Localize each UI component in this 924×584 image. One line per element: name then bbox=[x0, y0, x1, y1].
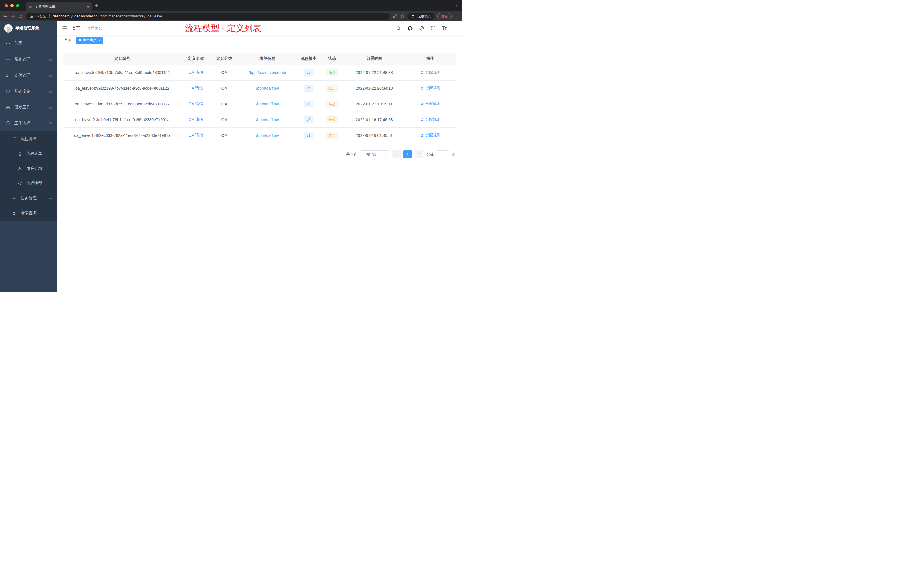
total-count: 共 5 条 bbox=[346, 152, 358, 157]
table-row: oa_leave:3:1fad3d93-7b75-11ec-a3c8-acde4… bbox=[63, 96, 456, 112]
briefcase-icon bbox=[6, 121, 11, 126]
key-icon[interactable] bbox=[393, 14, 397, 18]
github-icon[interactable] bbox=[408, 26, 413, 31]
sidebar-item-leave-query[interactable]: 请假查询 bbox=[0, 206, 57, 221]
incognito-badge: 无痕模式 bbox=[408, 13, 435, 20]
assign-rule-link[interactable]: 分配规则 bbox=[420, 70, 440, 75]
security-label[interactable]: 不安全 bbox=[35, 14, 46, 19]
assign-rule-link[interactable]: 分配规则 bbox=[420, 86, 440, 91]
tag-process-definition[interactable]: 流程定义 × bbox=[76, 36, 104, 44]
definition-name-link[interactable]: OA 请假 bbox=[188, 86, 203, 90]
navbar: 首页 / 流程定义 流程模型 - 定义列表 TT bbox=[57, 21, 462, 35]
new-tab-button[interactable]: + bbox=[95, 2, 98, 10]
incognito-spy-icon bbox=[411, 14, 416, 18]
goto-page-input[interactable] bbox=[437, 150, 449, 158]
browser-tab-strip: 芋道管理系统 × + bbox=[0, 0, 462, 12]
browser-tab[interactable]: 芋道管理系统 × bbox=[26, 2, 92, 12]
breadcrumb-home[interactable]: 首页 bbox=[72, 26, 80, 31]
sidebar-item-process-model[interactable]: 流程模型 bbox=[0, 176, 57, 191]
sidebar-item-workflow[interactable]: 工作流程 bbox=[0, 115, 57, 132]
assign-rule-link[interactable]: 分配规则 bbox=[420, 133, 440, 138]
person-icon bbox=[420, 71, 424, 74]
browser-menu-icon[interactable]: ⋮ bbox=[455, 14, 459, 19]
document-icon bbox=[18, 152, 23, 156]
navbar-actions: TT bbox=[396, 26, 457, 31]
sidebar-item-infrastructure[interactable]: 基础设施 bbox=[0, 83, 57, 99]
bookmark-star-icon[interactable] bbox=[400, 14, 404, 18]
sidebar-item-task-management[interactable]: 任务管理 bbox=[0, 191, 57, 206]
font-size-icon[interactable]: TT bbox=[442, 26, 447, 31]
reload-icon[interactable] bbox=[18, 14, 23, 18]
sidebar-item-system[interactable]: 系统管理 bbox=[0, 51, 57, 68]
definition-id: oa_leave:2:3c1f0ef1-76b1-11ec-9c66-a2380… bbox=[63, 112, 181, 127]
workflow-submenu: 流程管理 流程表单 用户分组 bbox=[0, 132, 57, 221]
close-window-button[interactable] bbox=[5, 4, 8, 7]
search-icon[interactable] bbox=[396, 26, 401, 31]
prev-page-button[interactable] bbox=[392, 150, 401, 158]
table-row: oa_leave:5:004b710b-7b8a-11ec-8ef0-acde4… bbox=[63, 64, 456, 80]
avatar-dropdown-icon bbox=[455, 28, 457, 30]
users-icon bbox=[18, 167, 23, 171]
tab-search-chevron-icon[interactable] bbox=[455, 4, 458, 6]
column-header: 状态 bbox=[320, 53, 344, 64]
page-size-select[interactable]: 10条/页 bbox=[361, 150, 389, 158]
form-info-link[interactable]: /bpm/oa/flow bbox=[256, 86, 279, 91]
chevron-down-icon bbox=[50, 197, 52, 200]
window-controls bbox=[0, 4, 24, 7]
deploy-time: 2022-01-16 17:46:53 bbox=[344, 112, 405, 127]
goto-label: 前往 bbox=[426, 152, 434, 157]
next-page-button[interactable] bbox=[415, 150, 423, 158]
help-icon[interactable] bbox=[419, 26, 424, 31]
sidebar-item-devtools[interactable]: 研发工具 bbox=[0, 99, 57, 115]
definition-name-link[interactable]: OA 请假 bbox=[188, 133, 203, 137]
sidebar-item-payment[interactable]: ¥ 支付管理 bbox=[0, 68, 57, 83]
definition-name-link[interactable]: OA 请假 bbox=[188, 70, 203, 74]
form-info-link[interactable]: /bpm/oa/flow bbox=[256, 102, 279, 106]
tag-home[interactable]: 首页 bbox=[62, 36, 74, 44]
app-root: 芋道管理系统 首页 系统管理 ¥ 支付管理 基础设施 bbox=[0, 21, 462, 292]
version-badge: v1 bbox=[304, 132, 314, 139]
current-page-button[interactable]: 1 bbox=[403, 150, 412, 158]
form-info-link[interactable]: /bpm/oa/flow bbox=[256, 117, 279, 122]
sidebar-item-user-group[interactable]: 用户分组 bbox=[0, 161, 57, 176]
form-info-link[interactable]: /bpm/oa/leave/create bbox=[249, 70, 286, 75]
minimize-window-button[interactable] bbox=[10, 4, 14, 7]
sidebar-logo[interactable]: 芋道管理系统 bbox=[0, 21, 57, 35]
status-badge: 激活 bbox=[326, 69, 338, 76]
chevron-up-icon bbox=[50, 122, 52, 125]
breadcrumb: 首页 / 流程定义 bbox=[72, 26, 102, 31]
forward-icon[interactable] bbox=[11, 14, 15, 19]
sidebar-item-home[interactable]: 首页 bbox=[0, 35, 57, 51]
sidebar-item-process-management[interactable]: 流程管理 bbox=[0, 132, 57, 146]
sidebar-item-label: 流程管理 bbox=[21, 136, 36, 142]
breadcrumb-separator: / bbox=[82, 26, 84, 31]
definition-name-link[interactable]: OA 请假 bbox=[188, 117, 203, 122]
fullscreen-icon[interactable] bbox=[431, 26, 436, 31]
form-info-link[interactable]: /bpm/oa/flow bbox=[256, 133, 279, 138]
address-bar[interactable]: 不安全 dashboard.yudao.iocoder.cn/bpm/manag… bbox=[26, 13, 390, 20]
definition-category: OA bbox=[211, 127, 238, 143]
sidebar-item-process-form[interactable]: 流程表单 bbox=[0, 146, 57, 161]
sidebar-item-label: 首页 bbox=[14, 41, 22, 46]
definition-name-link[interactable]: OA 请假 bbox=[188, 101, 203, 106]
tag-close-icon[interactable]: × bbox=[98, 38, 101, 42]
tag-label: 流程定义 bbox=[83, 38, 97, 43]
chevron-down-icon bbox=[384, 153, 386, 155]
sidebar-item-label: 支付管理 bbox=[14, 73, 30, 78]
monitor-icon bbox=[6, 89, 11, 94]
assign-rule-link[interactable]: 分配规则 bbox=[420, 117, 440, 122]
url-host: dashboard.yudao.iocoder.cn bbox=[53, 14, 98, 18]
sidebar-item-label: 请假查询 bbox=[21, 211, 36, 216]
yen-icon: ¥ bbox=[6, 73, 11, 78]
zoom-window-button[interactable] bbox=[16, 4, 20, 7]
user-avatar[interactable] bbox=[453, 26, 454, 31]
browser-update-button[interactable]: 更新 bbox=[437, 13, 452, 20]
assign-rule-link[interactable]: 分配规则 bbox=[420, 101, 440, 106]
sidebar-collapse-icon[interactable] bbox=[62, 25, 68, 31]
column-header: 表单信息 bbox=[238, 53, 297, 64]
status-badge: 挂起 bbox=[326, 132, 338, 139]
version-badge: v2 bbox=[304, 116, 314, 123]
definition-table: 定义编号 定义名称 定义分类 表单信息 流程版本 状态 部署时间 操作 oa_l… bbox=[63, 53, 456, 144]
back-icon[interactable] bbox=[3, 14, 8, 19]
tab-close-icon[interactable]: × bbox=[87, 5, 89, 9]
